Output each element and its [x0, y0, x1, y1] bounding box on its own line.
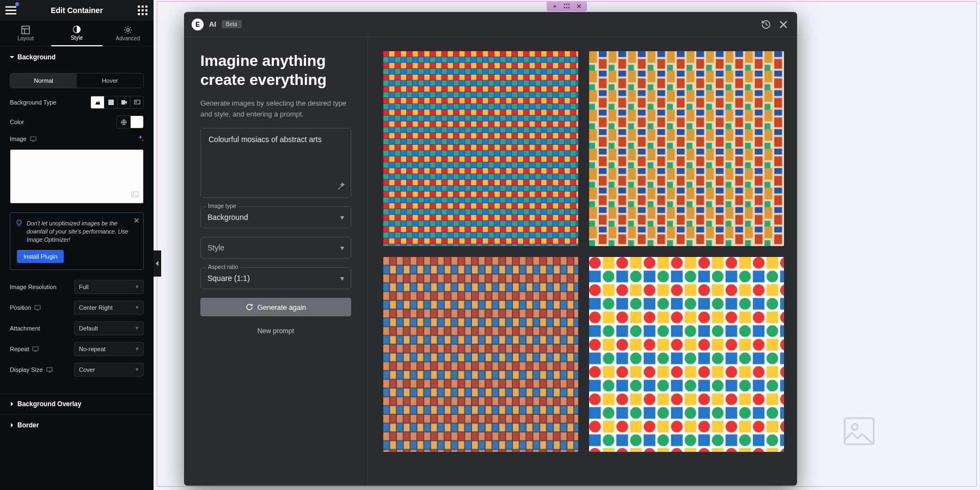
result-thumbnail[interactable] [383, 51, 578, 246]
label-repeat: Repeat [10, 346, 29, 352]
label-attachment: Attachment [10, 325, 40, 332]
chevron-down-icon: ▾ [136, 304, 139, 311]
svg-rect-47 [383, 51, 578, 246]
row-background-type: Background Type [10, 96, 144, 109]
collapse-sidebar-handle[interactable] [154, 250, 161, 277]
state-toggle: Normal Hover [10, 73, 144, 88]
enhance-prompt-icon[interactable] [336, 182, 345, 193]
lightbulb-icon [16, 219, 22, 229]
generate-again-label: Generate again [258, 303, 307, 311]
svg-rect-64 [589, 257, 784, 452]
tip-message: Don't let unoptimized images be the down… [17, 219, 137, 244]
responsive-icon[interactable] [46, 367, 53, 372]
tip-text: Don't let unoptimized images be the down… [27, 220, 128, 243]
row-color: Color [10, 115, 144, 128]
label-image-type: Image type [206, 203, 238, 209]
responsive-icon[interactable] [32, 346, 39, 352]
select-display-size-value: Cover [79, 366, 95, 373]
bgtype-video-icon[interactable] [117, 96, 130, 108]
svg-rect-28 [33, 347, 38, 351]
close-icon[interactable] [777, 19, 789, 30]
optimizer-tip: ✕ Don't let unoptimized images be the do… [10, 212, 144, 270]
select-image-type[interactable]: Background ▾ [200, 206, 351, 228]
label-display-size: Display Size [10, 366, 43, 373]
image-upload-well[interactable] [10, 149, 144, 204]
select-aspect-ratio-value: Square (1:1) [207, 274, 250, 283]
responsive-icon[interactable] [34, 305, 41, 310]
container-toolbar: + ✕ [547, 1, 587, 11]
bgtype-classic-icon[interactable] [91, 96, 104, 108]
state-normal-button[interactable]: Normal [10, 74, 77, 88]
menu-icon[interactable] [5, 5, 16, 16]
generate-again-button[interactable]: Generate again [200, 298, 351, 316]
section-background-overlay-header[interactable]: Background Overlay [0, 393, 154, 414]
svg-point-32 [564, 4, 565, 5]
svg-point-24 [133, 193, 134, 194]
modal-title-line1: Imagine anything [200, 52, 326, 69]
svg-rect-1 [5, 10, 16, 11]
modal-left-column: Imagine anything create everything Gener… [184, 37, 368, 486]
sidebar-header: Edit Container [0, 0, 154, 21]
svg-rect-10 [142, 13, 144, 15]
ai-image-modal: E AI Beta Imagine anything create everyt… [184, 12, 797, 486]
bgtype-slideshow-icon[interactable] [130, 96, 143, 108]
color-global-icon[interactable] [117, 116, 130, 128]
chevron-down-icon: ▾ [136, 283, 139, 290]
select-style-placeholder: Style [207, 243, 224, 252]
tab-layout[interactable]: Layout [0, 21, 51, 46]
close-icon[interactable]: ✕ [575, 2, 583, 10]
tab-layout-label: Layout [17, 35, 34, 41]
section-border-header[interactable]: Border [0, 414, 154, 436]
install-plugin-button[interactable]: Install Plugin [17, 250, 64, 263]
modal-results[interactable] [368, 37, 797, 486]
section-background-header[interactable]: Background [0, 47, 154, 68]
add-icon[interactable]: + [551, 2, 559, 10]
chevron-down-icon: ▾ [340, 213, 344, 222]
modal-subtitle: Generate images by selecting the desired… [200, 98, 351, 119]
svg-rect-53 [589, 51, 784, 246]
tab-advanced[interactable]: Advanced [102, 21, 154, 46]
select-attachment[interactable]: Default ▾ [74, 321, 144, 335]
chevron-down-icon: ▾ [136, 324, 139, 332]
modal-header: E AI Beta [184, 12, 797, 37]
field-aspect-ratio: Aspect ratio Square (1:1) ▾ [200, 267, 351, 289]
modal-title: Imagine anything create everything [200, 51, 351, 89]
background-type-options [90, 96, 144, 109]
bgtype-gradient-icon[interactable] [104, 96, 117, 108]
result-thumbnail[interactable] [589, 257, 784, 452]
history-icon[interactable] [760, 19, 772, 30]
select-aspect-ratio[interactable]: Square (1:1) ▾ [200, 267, 351, 289]
new-prompt-button[interactable]: New prompt [200, 325, 351, 337]
modal-body: Imagine anything create everything Gener… [184, 37, 797, 486]
drag-icon[interactable] [563, 2, 571, 10]
select-image-resolution[interactable]: Full ▾ [74, 280, 144, 294]
select-display-size[interactable]: Cover ▾ [74, 363, 144, 377]
color-options [117, 115, 144, 128]
refresh-icon [246, 303, 253, 311]
responsive-icon[interactable] [30, 136, 36, 142]
chevron-down-icon: ▾ [340, 243, 344, 252]
section-background-body: Normal Hover Background Type Color [0, 68, 154, 393]
svg-point-39 [852, 424, 858, 430]
ai-sparkle-icon[interactable] [137, 135, 144, 143]
select-position-value: Center Right [79, 304, 113, 311]
tab-style-label: Style [71, 35, 83, 41]
color-swatch[interactable] [130, 116, 143, 128]
select-position[interactable]: Center Right ▾ [74, 301, 144, 315]
tab-style[interactable]: Style [51, 21, 102, 46]
modal-title-line2: create everything [200, 71, 327, 88]
result-thumbnail[interactable] [589, 51, 784, 246]
select-repeat[interactable]: No-repeat ▾ [74, 342, 144, 356]
row-display-size: Display Size Cover ▾ [10, 363, 144, 377]
svg-rect-11 [145, 13, 148, 15]
svg-rect-26 [35, 305, 40, 309]
apps-icon[interactable] [137, 5, 148, 16]
result-thumbnail[interactable] [383, 257, 578, 452]
row-image-resolution: Image Resolution Full ▾ [10, 280, 144, 294]
prompt-input[interactable]: Colourful mosiacs of abstract arts [200, 128, 351, 198]
select-style[interactable]: Style ▾ [200, 237, 351, 259]
state-hover-button[interactable]: Hover [77, 74, 143, 88]
section-background-overlay-title: Background Overlay [17, 400, 81, 408]
svg-rect-6 [138, 9, 140, 11]
image-placeholder-icon [842, 414, 877, 451]
